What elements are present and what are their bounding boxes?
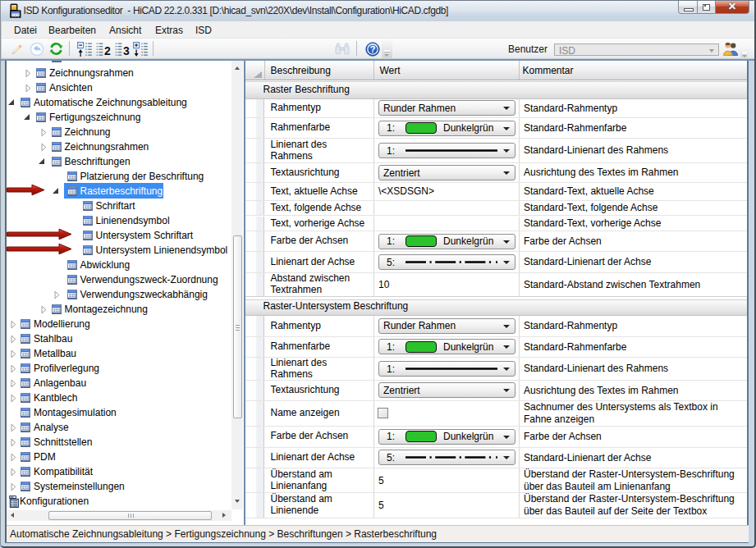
svg-text:2: 2	[104, 44, 111, 57]
svg-text:3: 3	[123, 44, 130, 57]
svg-text:?: ?	[370, 44, 376, 54]
